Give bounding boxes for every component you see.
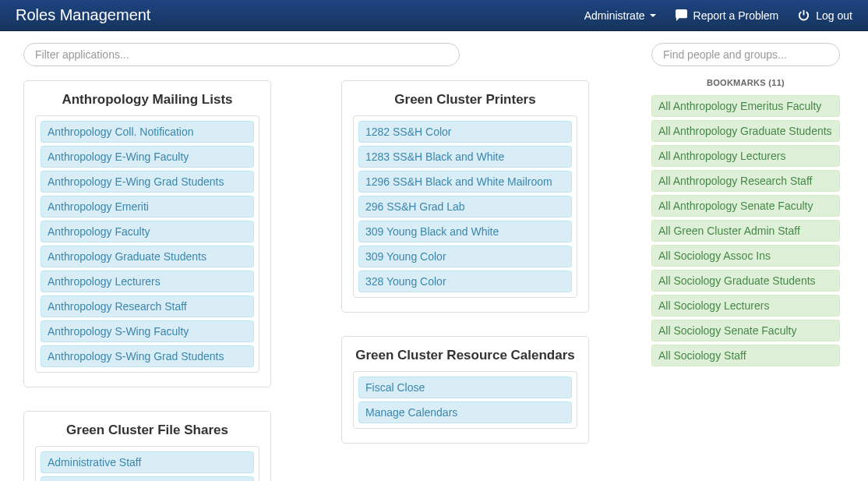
role-item[interactable]: Anthropology Graduate Students [41,246,254,267]
role-item[interactable]: 1282 SS&H Color [358,121,572,143]
bookmarks-header: BOOKMARKS (11) [651,78,840,87]
role-item[interactable]: Anthropology Emeriti [41,196,254,218]
role-list: Administrative Staff Museum [35,446,259,481]
bookmark-item[interactable]: All Anthropology Emeritus Faculty [651,95,840,117]
card-green-cluster-file-shares: Green Cluster File Shares Administrative… [23,411,271,481]
card-title: Green Cluster Resource Calendars [353,348,577,363]
role-item[interactable]: Anthropology Coll. Notification [41,121,254,143]
administrate-label: Administrate [584,9,645,22]
bookmark-item[interactable]: All Anthropology Research Staff [651,170,840,192]
bookmark-item[interactable]: All Sociology Graduate Students [651,270,840,292]
bookmark-item[interactable]: All Sociology Lecturers [651,295,840,317]
card-title: Green Cluster Printers [353,92,577,108]
bookmark-item[interactable]: All Anthropology Lecturers [651,145,840,167]
role-list: Anthropology Coll. Notification Anthropo… [35,115,259,373]
power-icon [798,9,810,21]
role-list: 1282 SS&H Color 1283 SS&H Black and Whit… [353,115,577,298]
card-green-cluster-resource-calendars: Green Cluster Resource Calendars Fiscal … [341,336,589,444]
card-anthropology-mailing-lists: Anthropology Mailing Lists Anthropology … [23,80,271,387]
bookmark-item[interactable]: All Sociology Staff [651,345,840,366]
administrate-menu[interactable]: Administrate [584,9,656,22]
role-item[interactable]: 309 Young Color [358,246,572,267]
role-item[interactable]: Museum [41,476,254,481]
role-item[interactable]: Anthropology S-Wing Faculty [41,320,254,342]
bookmark-item[interactable]: All Anthropology Graduate Students [651,120,840,142]
role-item[interactable]: Anthropology Lecturers [41,271,254,292]
role-item[interactable]: 309 Young Black and White [358,221,572,242]
role-item[interactable]: Administrative Staff [41,451,254,473]
sidebar: BOOKMARKS (11) All Anthropology Emeritus… [644,31,848,481]
role-item[interactable]: 328 Young Color [358,271,572,292]
card-green-cluster-printers: Green Cluster Printers 1282 SS&H Color 1… [341,80,589,313]
logout-label: Log out [816,9,852,22]
main-content: Anthropology Mailing Lists Anthropology … [0,31,644,481]
find-people-input[interactable] [651,43,840,66]
role-item[interactable]: Anthropology E-Wing Faculty [41,146,254,168]
role-item[interactable]: Fiscal Close [358,377,572,398]
role-item[interactable]: 1296 SS&H Black and White Mailroom [358,171,572,193]
role-item[interactable]: Anthropology Research Staff [41,295,254,317]
speech-bubble-icon [676,9,687,21]
bookmark-item[interactable]: All Green Cluster Admin Staff [651,220,840,242]
navbar: Roles Management Administrate Report a P… [0,0,868,31]
role-list: Fiscal Close Manage Calendars [353,371,577,429]
report-label: Report a Problem [693,9,779,22]
role-item[interactable]: 1283 SS&H Black and White [358,146,572,168]
bookmarks-list: All Anthropology Emeritus Faculty All An… [651,95,840,366]
role-item[interactable]: Anthropology Faculty [41,221,254,242]
role-item[interactable]: Anthropology E-Wing Grad Students [41,171,254,193]
role-item[interactable]: 296 SS&H Grad Lab [358,196,572,218]
report-problem-link[interactable]: Report a Problem [676,9,779,22]
filter-applications-input[interactable] [23,43,460,66]
role-item[interactable]: Anthropology S-Wing Grad Students [41,345,254,367]
logout-link[interactable]: Log out [798,9,852,22]
chevron-down-icon [650,14,656,17]
bookmark-item[interactable]: All Sociology Assoc Ins [651,245,840,267]
card-title: Anthropology Mailing Lists [35,92,259,108]
bookmark-item[interactable]: All Anthropology Senate Faculty [651,195,840,217]
bookmark-item[interactable]: All Sociology Senate Faculty [651,320,840,341]
card-title: Green Cluster File Shares [35,423,259,438]
app-title[interactable]: Roles Management [16,6,150,24]
role-item[interactable]: Manage Calendars [358,401,572,423]
